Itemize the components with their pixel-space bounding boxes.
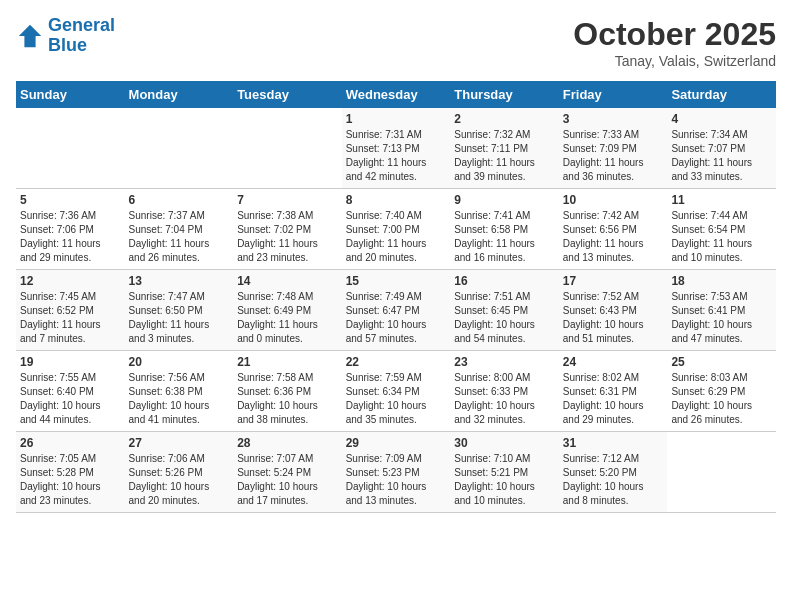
- day-number: 11: [671, 193, 772, 207]
- calendar-cell: 1Sunrise: 7:31 AM Sunset: 7:13 PM Daylig…: [342, 108, 451, 189]
- calendar-cell: 2Sunrise: 7:32 AM Sunset: 7:11 PM Daylig…: [450, 108, 559, 189]
- calendar-cell: 28Sunrise: 7:07 AM Sunset: 5:24 PM Dayli…: [233, 432, 342, 513]
- weekday-header-thursday: Thursday: [450, 81, 559, 108]
- day-number: 14: [237, 274, 338, 288]
- day-info: Sunrise: 7:34 AM Sunset: 7:07 PM Dayligh…: [671, 128, 772, 184]
- day-info: Sunrise: 7:05 AM Sunset: 5:28 PM Dayligh…: [20, 452, 121, 508]
- calendar-cell: 14Sunrise: 7:48 AM Sunset: 6:49 PM Dayli…: [233, 270, 342, 351]
- day-info: Sunrise: 7:56 AM Sunset: 6:38 PM Dayligh…: [129, 371, 230, 427]
- calendar-cell: 4Sunrise: 7:34 AM Sunset: 7:07 PM Daylig…: [667, 108, 776, 189]
- weekday-row: SundayMondayTuesdayWednesdayThursdayFrid…: [16, 81, 776, 108]
- calendar-cell: 22Sunrise: 7:59 AM Sunset: 6:34 PM Dayli…: [342, 351, 451, 432]
- day-number: 31: [563, 436, 664, 450]
- calendar-cell: 10Sunrise: 7:42 AM Sunset: 6:56 PM Dayli…: [559, 189, 668, 270]
- calendar-cell: 11Sunrise: 7:44 AM Sunset: 6:54 PM Dayli…: [667, 189, 776, 270]
- day-number: 8: [346, 193, 447, 207]
- logo-blue: Blue: [48, 35, 87, 55]
- calendar-cell: 30Sunrise: 7:10 AM Sunset: 5:21 PM Dayli…: [450, 432, 559, 513]
- weekday-header-tuesday: Tuesday: [233, 81, 342, 108]
- calendar-table: SundayMondayTuesdayWednesdayThursdayFrid…: [16, 81, 776, 513]
- svg-marker-0: [19, 25, 41, 47]
- calendar-cell: 5Sunrise: 7:36 AM Sunset: 7:06 PM Daylig…: [16, 189, 125, 270]
- day-info: Sunrise: 7:58 AM Sunset: 6:36 PM Dayligh…: [237, 371, 338, 427]
- day-info: Sunrise: 7:36 AM Sunset: 7:06 PM Dayligh…: [20, 209, 121, 265]
- calendar-cell: [125, 108, 234, 189]
- day-info: Sunrise: 7:53 AM Sunset: 6:41 PM Dayligh…: [671, 290, 772, 346]
- day-info: Sunrise: 7:59 AM Sunset: 6:34 PM Dayligh…: [346, 371, 447, 427]
- calendar-cell: 13Sunrise: 7:47 AM Sunset: 6:50 PM Dayli…: [125, 270, 234, 351]
- calendar-cell: 8Sunrise: 7:40 AM Sunset: 7:00 PM Daylig…: [342, 189, 451, 270]
- day-number: 3: [563, 112, 664, 126]
- day-number: 20: [129, 355, 230, 369]
- calendar-cell: 9Sunrise: 7:41 AM Sunset: 6:58 PM Daylig…: [450, 189, 559, 270]
- calendar-cell: 24Sunrise: 8:02 AM Sunset: 6:31 PM Dayli…: [559, 351, 668, 432]
- day-info: Sunrise: 7:45 AM Sunset: 6:52 PM Dayligh…: [20, 290, 121, 346]
- day-info: Sunrise: 7:44 AM Sunset: 6:54 PM Dayligh…: [671, 209, 772, 265]
- month-title: October 2025: [573, 16, 776, 53]
- day-number: 10: [563, 193, 664, 207]
- logo-icon: [16, 22, 44, 50]
- day-number: 6: [129, 193, 230, 207]
- day-number: 21: [237, 355, 338, 369]
- weekday-header-monday: Monday: [125, 81, 234, 108]
- day-info: Sunrise: 7:49 AM Sunset: 6:47 PM Dayligh…: [346, 290, 447, 346]
- calendar-cell: 29Sunrise: 7:09 AM Sunset: 5:23 PM Dayli…: [342, 432, 451, 513]
- weekday-header-friday: Friday: [559, 81, 668, 108]
- calendar-cell: [16, 108, 125, 189]
- calendar-cell: 25Sunrise: 8:03 AM Sunset: 6:29 PM Dayli…: [667, 351, 776, 432]
- day-number: 13: [129, 274, 230, 288]
- calendar-cell: 31Sunrise: 7:12 AM Sunset: 5:20 PM Dayli…: [559, 432, 668, 513]
- page-header: General Blue October 2025 Tanay, Valais,…: [16, 16, 776, 69]
- calendar-cell: 3Sunrise: 7:33 AM Sunset: 7:09 PM Daylig…: [559, 108, 668, 189]
- calendar-cell: 21Sunrise: 7:58 AM Sunset: 6:36 PM Dayli…: [233, 351, 342, 432]
- day-info: Sunrise: 7:40 AM Sunset: 7:00 PM Dayligh…: [346, 209, 447, 265]
- weekday-header-sunday: Sunday: [16, 81, 125, 108]
- weekday-header-saturday: Saturday: [667, 81, 776, 108]
- calendar-cell: 7Sunrise: 7:38 AM Sunset: 7:02 PM Daylig…: [233, 189, 342, 270]
- day-number: 15: [346, 274, 447, 288]
- day-number: 9: [454, 193, 555, 207]
- day-info: Sunrise: 8:02 AM Sunset: 6:31 PM Dayligh…: [563, 371, 664, 427]
- calendar-week-row: 12Sunrise: 7:45 AM Sunset: 6:52 PM Dayli…: [16, 270, 776, 351]
- calendar-cell: 6Sunrise: 7:37 AM Sunset: 7:04 PM Daylig…: [125, 189, 234, 270]
- calendar-cell: 23Sunrise: 8:00 AM Sunset: 6:33 PM Dayli…: [450, 351, 559, 432]
- calendar-week-row: 1Sunrise: 7:31 AM Sunset: 7:13 PM Daylig…: [16, 108, 776, 189]
- day-info: Sunrise: 7:33 AM Sunset: 7:09 PM Dayligh…: [563, 128, 664, 184]
- day-info: Sunrise: 7:47 AM Sunset: 6:50 PM Dayligh…: [129, 290, 230, 346]
- calendar-cell: 27Sunrise: 7:06 AM Sunset: 5:26 PM Dayli…: [125, 432, 234, 513]
- day-number: 26: [20, 436, 121, 450]
- location: Tanay, Valais, Switzerland: [573, 53, 776, 69]
- title-block: October 2025 Tanay, Valais, Switzerland: [573, 16, 776, 69]
- day-number: 2: [454, 112, 555, 126]
- day-number: 18: [671, 274, 772, 288]
- day-number: 25: [671, 355, 772, 369]
- calendar-cell: 17Sunrise: 7:52 AM Sunset: 6:43 PM Dayli…: [559, 270, 668, 351]
- day-info: Sunrise: 7:48 AM Sunset: 6:49 PM Dayligh…: [237, 290, 338, 346]
- day-number: 28: [237, 436, 338, 450]
- day-number: 4: [671, 112, 772, 126]
- day-number: 5: [20, 193, 121, 207]
- logo-general: General: [48, 15, 115, 35]
- weekday-header-wednesday: Wednesday: [342, 81, 451, 108]
- day-info: Sunrise: 8:03 AM Sunset: 6:29 PM Dayligh…: [671, 371, 772, 427]
- day-number: 1: [346, 112, 447, 126]
- day-number: 22: [346, 355, 447, 369]
- day-info: Sunrise: 7:37 AM Sunset: 7:04 PM Dayligh…: [129, 209, 230, 265]
- day-info: Sunrise: 7:09 AM Sunset: 5:23 PM Dayligh…: [346, 452, 447, 508]
- calendar-week-row: 5Sunrise: 7:36 AM Sunset: 7:06 PM Daylig…: [16, 189, 776, 270]
- day-info: Sunrise: 7:12 AM Sunset: 5:20 PM Dayligh…: [563, 452, 664, 508]
- calendar-week-row: 26Sunrise: 7:05 AM Sunset: 5:28 PM Dayli…: [16, 432, 776, 513]
- calendar-cell: 16Sunrise: 7:51 AM Sunset: 6:45 PM Dayli…: [450, 270, 559, 351]
- day-number: 30: [454, 436, 555, 450]
- day-info: Sunrise: 7:52 AM Sunset: 6:43 PM Dayligh…: [563, 290, 664, 346]
- day-info: Sunrise: 7:31 AM Sunset: 7:13 PM Dayligh…: [346, 128, 447, 184]
- day-number: 24: [563, 355, 664, 369]
- calendar-cell: 20Sunrise: 7:56 AM Sunset: 6:38 PM Dayli…: [125, 351, 234, 432]
- day-number: 16: [454, 274, 555, 288]
- day-info: Sunrise: 7:51 AM Sunset: 6:45 PM Dayligh…: [454, 290, 555, 346]
- calendar-cell: 18Sunrise: 7:53 AM Sunset: 6:41 PM Dayli…: [667, 270, 776, 351]
- calendar-cell: 19Sunrise: 7:55 AM Sunset: 6:40 PM Dayli…: [16, 351, 125, 432]
- calendar-cell: 15Sunrise: 7:49 AM Sunset: 6:47 PM Dayli…: [342, 270, 451, 351]
- day-number: 23: [454, 355, 555, 369]
- calendar-cell: [667, 432, 776, 513]
